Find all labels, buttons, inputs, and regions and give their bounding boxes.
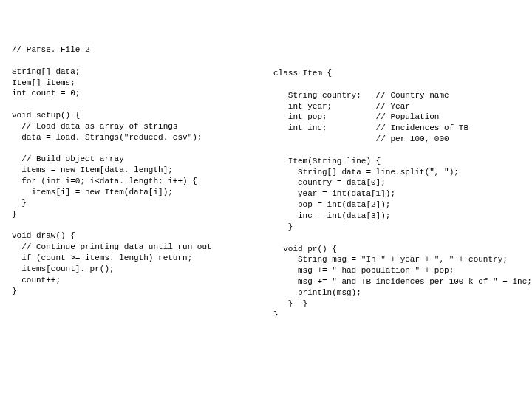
code-column-right: class Item { String country; // Country … [273, 68, 532, 320]
code-column-left: // Parse. File 2 String[] data; Item[] i… [12, 44, 212, 296]
code-slide: // Parse. File 2 String[] data; Item[] i… [0, 0, 532, 399]
